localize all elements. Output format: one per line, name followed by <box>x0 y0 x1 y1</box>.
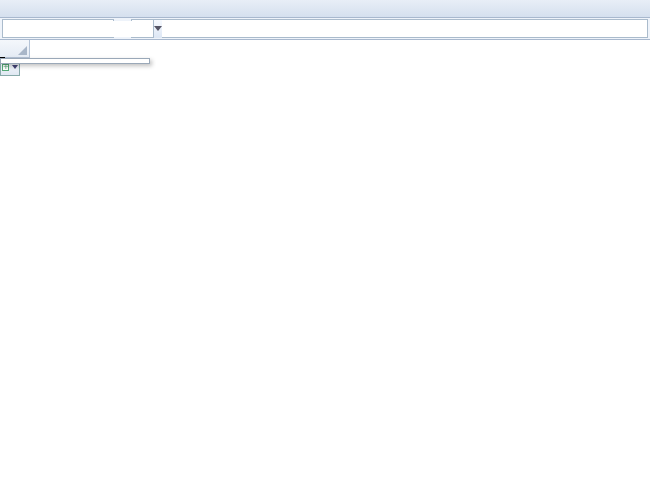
formula-input[interactable] <box>131 19 648 38</box>
ribbon-bar <box>0 0 650 18</box>
name-box[interactable] <box>3 21 153 37</box>
chevron-down-icon <box>12 65 18 69</box>
spreadsheet-grid <box>0 40 650 58</box>
autofill-icon <box>2 64 9 71</box>
autofill-options-menu <box>0 58 150 64</box>
column-header-row <box>0 40 650 58</box>
select-all-button[interactable] <box>0 40 30 58</box>
formula-row <box>0 18 650 40</box>
name-box-dropdown[interactable] <box>153 20 162 38</box>
name-box-wrap <box>2 19 114 38</box>
